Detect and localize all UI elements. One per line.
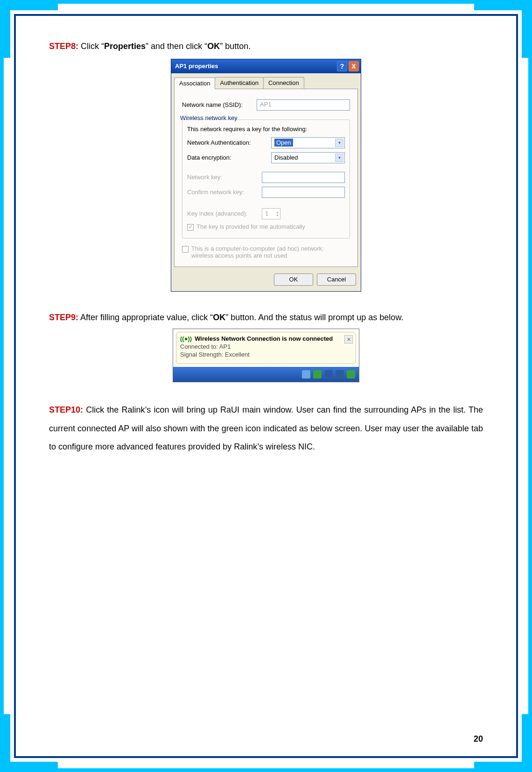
balloon-signal-strength: Signal Strength: Excellent (180, 351, 352, 359)
dialog-title: AP1 properties (175, 63, 218, 70)
adhoc-checkbox (182, 246, 189, 253)
tray-wireless-icon[interactable] (313, 370, 322, 379)
auto-key-label: The key is provided for me automatically (196, 223, 305, 230)
tab-authentication[interactable]: Authentication (215, 77, 263, 89)
chevron-down-icon: ▾ (335, 154, 343, 162)
dialog-footer: OK Cancel (171, 270, 361, 291)
notification-screenshot: ✕ ((●)) Wireless Network Connection is n… (173, 329, 359, 382)
step9-label: STEP9: (49, 313, 78, 322)
stepper-arrows-icon: ▲▼ (276, 211, 279, 217)
tray-icon[interactable] (302, 370, 310, 379)
tray-icon[interactable] (336, 370, 344, 379)
step10-paragraph: STEP10: Click the Ralink’s icon will bri… (49, 401, 483, 456)
tab-connection[interactable]: Connection (263, 77, 304, 89)
tab-association[interactable]: Association (174, 77, 215, 89)
encryption-select-value: Disabled (274, 154, 298, 161)
step9-paragraph: STEP9: After filling appropriate value, … (49, 309, 483, 327)
encryption-label: Data encryption: (187, 154, 271, 161)
notification-balloon: ✕ ((●)) Wireless Network Connection is n… (176, 332, 356, 364)
close-button[interactable]: X (349, 61, 359, 71)
requires-key-text: This network requires a key for the foll… (187, 126, 345, 133)
step10-label: STEP10: (49, 405, 83, 414)
auth-label: Network Authentication: (187, 139, 271, 146)
balloon-connected-to: Connected to: AP1 (180, 343, 352, 351)
tray-icon[interactable] (347, 370, 355, 379)
encryption-select[interactable]: Disabled ▾ (271, 152, 345, 163)
balloon-title: Wireless Network Connection is now conne… (195, 335, 333, 342)
confirm-key-input (262, 187, 345, 198)
wireless-key-fieldset: This network requires a key for the foll… (182, 119, 350, 239)
help-icon: ? (340, 63, 344, 70)
network-key-label: Network key: (187, 174, 262, 181)
page-number: 20 (474, 734, 483, 744)
auto-key-checkbox: ✓ (187, 224, 194, 231)
cancel-button[interactable]: Cancel (317, 274, 356, 286)
taskbar (173, 367, 359, 382)
auth-select[interactable]: Open ▾ (271, 137, 345, 148)
dialog-body: Network name (SSID): AP1 Wireless networ… (174, 89, 358, 267)
step8-paragraph: STEP8: Click “Properties” and then click… (49, 37, 483, 56)
dialog-tabs: Association Authentication Connection (171, 73, 361, 89)
key-index-label: Key index (advanced): (187, 210, 262, 217)
ap1-properties-dialog: AP1 properties ? X Association Authentic… (171, 59, 361, 292)
tray-icon[interactable] (324, 370, 333, 379)
dialog-titlebar[interactable]: AP1 properties ? X (171, 59, 361, 73)
step8-label: STEP8: (49, 42, 78, 51)
network-key-input (262, 172, 345, 183)
wireless-icon: ((●)) (180, 335, 192, 342)
help-button[interactable]: ? (337, 61, 347, 71)
page-content: STEP8: Click “Properties” and then click… (49, 37, 483, 725)
auth-select-value: Open (274, 139, 293, 147)
close-icon: X (351, 63, 356, 70)
ssid-input[interactable]: AP1 (257, 99, 350, 111)
chevron-down-icon: ▾ (335, 139, 343, 147)
balloon-close-button[interactable]: ✕ (344, 335, 353, 344)
confirm-key-label: Confirm network key: (187, 189, 262, 196)
key-index-stepper: 1 ▲▼ (262, 208, 280, 219)
ssid-label: Network name (SSID): (182, 101, 257, 108)
adhoc-label: This is a computer-to-computer (ad hoc) … (191, 245, 341, 259)
ok-button[interactable]: OK (274, 274, 313, 286)
